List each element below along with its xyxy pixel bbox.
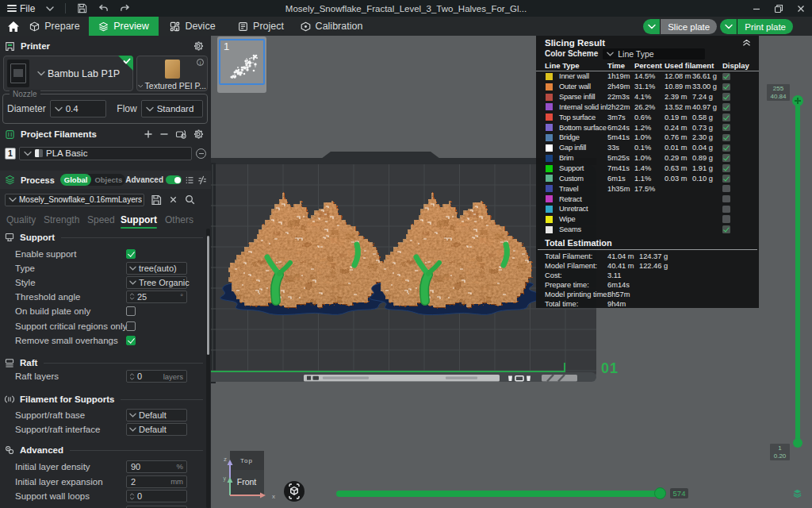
main-tabbar: Prepare Preview Device Project Calibrati… — [0, 17, 812, 36]
initial-expansion-input[interactable]: 2 mm — [126, 475, 187, 488]
collapse-panel-icon[interactable] — [742, 39, 751, 47]
move-slider-track[interactable] — [336, 491, 665, 497]
advanced-toggle[interactable] — [166, 175, 182, 184]
slice-plate-button[interactable]: Slice plate — [643, 19, 717, 34]
display-checkbox[interactable] — [722, 83, 730, 91]
print-plate-label[interactable]: Print plate — [737, 19, 793, 34]
wall-loops-spinner[interactable]: 0 — [126, 490, 187, 502]
tab-project[interactable]: Project — [235, 17, 287, 36]
tab-others[interactable]: Others — [165, 214, 193, 225]
delete-preset-icon[interactable] — [169, 195, 178, 204]
undo-icon[interactable] — [98, 3, 109, 13]
axes-gizmo[interactable]: Top Front z y x — [224, 451, 276, 500]
remove-overhangs-checkbox[interactable] — [126, 336, 136, 345]
display-checkbox[interactable] — [722, 134, 730, 142]
info-icon[interactable]: i — [197, 59, 204, 66]
display-checkbox[interactable] — [722, 144, 730, 152]
restore-button[interactable] — [768, 0, 790, 17]
spinner-arrows-icon[interactable] — [129, 373, 135, 380]
save-preset-icon[interactable] — [151, 194, 162, 206]
redo-icon[interactable] — [120, 3, 130, 13]
scrollbar-thumb[interactable] — [207, 236, 209, 355]
tab-strength[interactable]: Strength — [44, 214, 79, 225]
initial-density-input[interactable]: 90 % — [126, 460, 187, 473]
sidebar-scrollbar[interactable] — [206, 229, 210, 508]
tab-preview[interactable]: Preview — [89, 17, 159, 36]
wall-loops-value[interactable]: 0 — [137, 491, 142, 501]
display-checkbox[interactable] — [722, 206, 730, 214]
menu-chevron-down-icon[interactable] — [46, 6, 54, 12]
collapse-filament-icon[interactable] — [196, 148, 206, 159]
initial-expansion-value[interactable]: 2 — [131, 477, 136, 487]
printer-photo — [7, 60, 29, 87]
plate-thumbnail[interactable]: 1 — [217, 37, 266, 93]
layer-slider-bottom-handle[interactable] — [793, 438, 802, 448]
enable-support-checkbox[interactable] — [126, 249, 136, 259]
view-all-settings-icon[interactable] — [185, 175, 194, 185]
close-button[interactable] — [790, 0, 812, 17]
tab-support[interactable]: Support — [121, 214, 157, 225]
slice-plate-label[interactable]: Slice plate — [660, 19, 717, 34]
tab-prepare[interactable]: Prepare — [26, 17, 83, 36]
plate-only-checkbox[interactable] — [126, 306, 136, 316]
layer-slider-track[interactable] — [795, 101, 800, 443]
spinner-arrows-icon[interactable] — [129, 493, 135, 500]
layer-slider-top-handle[interactable] — [792, 95, 803, 106]
view-orientation-button[interactable] — [284, 481, 304, 502]
minimize-button[interactable] — [745, 0, 768, 17]
filament-dropdown[interactable]: PLA Basic — [19, 147, 192, 160]
spinner-arrows-icon[interactable] — [129, 293, 135, 300]
display-checkbox[interactable] — [722, 73, 730, 81]
tab-device[interactable]: Device — [167, 17, 219, 36]
printer-select-card[interactable]: Bambu Lab P1P — [3, 56, 133, 91]
tab-home[interactable] — [0, 17, 26, 36]
support-type-dropdown[interactable]: tree(auto) — [126, 262, 187, 275]
filament-settings-gear-icon[interactable] — [193, 129, 204, 140]
display-checkbox[interactable] — [722, 225, 730, 233]
threshold-angle-value[interactable]: 25 — [137, 292, 147, 302]
layers-icon[interactable] — [792, 488, 802, 498]
search-icon[interactable] — [185, 194, 195, 205]
sync-filament-icon[interactable] — [175, 129, 186, 140]
threshold-angle-spinner[interactable]: 25 ° — [126, 291, 187, 303]
move-slider-handle[interactable] — [654, 487, 666, 499]
file-menu[interactable]: File — [20, 3, 35, 14]
raft-layers-value[interactable]: 0 — [137, 371, 142, 381]
printer-settings-gear-icon[interactable] — [193, 40, 204, 52]
display-checkbox[interactable] — [722, 215, 730, 223]
display-checkbox[interactable] — [722, 185, 730, 193]
process-preset-dropdown[interactable]: Mosely_Snowflake_0.16mmLayers — [5, 194, 144, 206]
tab-quality[interactable]: Quality — [6, 214, 36, 225]
print-options-chevron-icon[interactable] — [720, 19, 737, 34]
add-filament-icon[interactable] — [144, 129, 153, 139]
tab-speed[interactable]: Speed — [87, 214, 115, 225]
nozzle-diameter-dropdown[interactable]: 0.4 — [50, 100, 107, 117]
raft-layers-spinner[interactable]: 0 layers — [126, 370, 187, 383]
viewport-3d[interactable]: 01 — [211, 36, 812, 508]
print-plate-button[interactable]: Print plate — [720, 19, 793, 34]
display-checkbox[interactable] — [722, 114, 730, 121]
flow-dropdown[interactable]: Standard — [141, 100, 203, 117]
support-style-dropdown[interactable]: Tree Organic — [126, 276, 187, 289]
tab-calibration[interactable]: Calibration — [299, 17, 364, 36]
scope-objects-button[interactable]: Objects — [91, 175, 125, 184]
display-checkbox[interactable] — [722, 175, 730, 183]
display-checkbox[interactable] — [722, 124, 730, 132]
display-checkbox[interactable] — [722, 164, 730, 172]
support-interface-dropdown[interactable]: Default — [126, 423, 187, 436]
initial-density-value[interactable]: 90 — [131, 462, 140, 471]
save-icon[interactable] — [77, 3, 87, 13]
color-scheme-dropdown[interactable]: Line Type — [603, 48, 705, 60]
display-checkbox[interactable] — [722, 195, 730, 203]
slice-options-chevron-icon[interactable] — [643, 19, 660, 34]
display-checkbox[interactable] — [722, 154, 730, 162]
scope-global-button[interactable]: Global — [60, 174, 92, 186]
menu-hamburger-icon[interactable] — [7, 5, 17, 12]
support-base-dropdown[interactable]: Default — [126, 409, 187, 421]
display-checkbox[interactable] — [722, 103, 730, 111]
plate-select-card[interactable]: i Textured PEI P... — [136, 56, 208, 91]
display-checkbox[interactable] — [722, 93, 730, 101]
critical-regions-checkbox[interactable] — [126, 321, 136, 331]
remove-filament-icon[interactable] — [159, 129, 169, 139]
compare-presets-icon[interactable] — [197, 175, 207, 185]
